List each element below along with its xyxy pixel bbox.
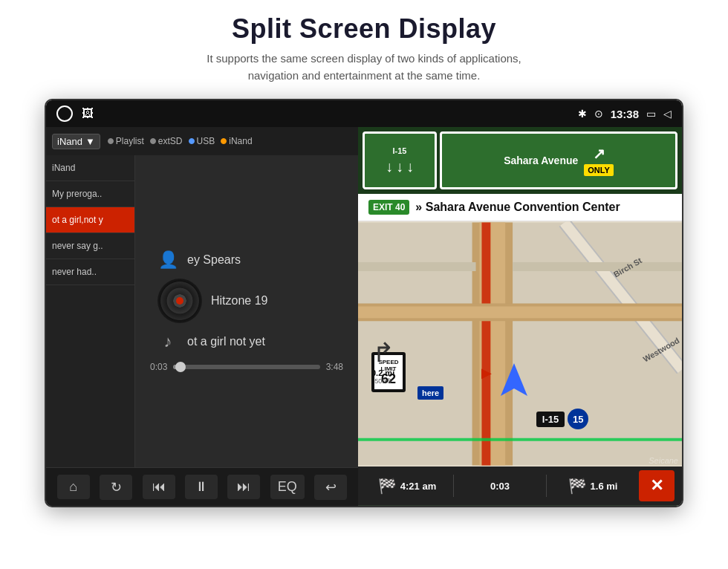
artist-name: ey Spears [187,253,241,267]
back-button[interactable]: ↩ [314,475,347,500]
status-bar: 🖼 ✱ ⊙ 13:38 ▭ ◁ [46,100,682,127]
divider1 [453,475,454,497]
radio-dot-playlist [108,138,114,144]
nav-stat-distance: 🏁 1.6 mi [551,477,634,495]
nav-arrow-svg [501,363,527,396]
turn-indicator: ↱ 0.2 mi 500 ft [371,337,394,385]
image-icon: 🖼 [82,107,94,120]
player-center: 👤 ey Spears Hitzone 19 ♪ [135,155,358,467]
svg-rect-5 [481,223,490,466]
playlist-sidebar: iNand My preroga.. ot a girl,not y never… [46,155,135,467]
repeat-button[interactable]: ↻ [100,475,132,500]
turn-distance: 0.2 mi [371,368,394,377]
sahara-text: Sahara Avenue [504,155,578,166]
album-row: Hitzone 19 [157,279,351,323]
nav-stat-time1: 🏁 4:21 am [365,477,449,495]
nav-time2: 0:03 [490,481,510,492]
nav-car [501,363,527,396]
album-name: Hitzone 19 [211,294,268,308]
highway-signs: I-15 ↓↓↓ Sahara Avenue ↗ ONLY [358,127,682,194]
nav-close-button[interactable]: ✕ [639,470,675,501]
checkerboard-end-icon: 🏁 [568,477,587,495]
page-subtitle: It supports the same screen display of t… [0,51,728,84]
status-time: 13:38 [611,108,639,120]
status-right: ✱ ⊙ 13:38 ▭ ◁ [578,108,672,120]
source-bar: iNand ▼ Playlist extSD USB [46,127,358,155]
nav-panel: I-15 ↓↓↓ Sahara Avenue ↗ ONLY EXIT 40 » … [358,127,682,506]
time-current: 0:03 [150,362,167,372]
list-item[interactable]: never had.. [46,259,134,285]
exit-badge: EXIT 40 [368,200,409,215]
circle-icon [56,105,73,122]
map-pointer: ▶ [481,365,492,381]
source-inand[interactable]: iNand [221,136,252,146]
eq-button[interactable]: EQ [270,475,305,499]
location-icon: ⊙ [594,108,603,120]
exit-bar: EXIT 40 » Sahara Avenue Convention Cente… [358,194,682,221]
list-item[interactable]: My preroga.. [46,181,134,207]
map-svg: Birch St Westwood [358,221,682,466]
prev-button[interactable]: ⏮ [143,475,175,499]
home-button[interactable]: ⌂ [57,475,90,499]
person-icon: 👤 [157,250,178,270]
player-info: 👤 ey Spears Hitzone 19 ♪ [143,250,351,351]
distance-ft: 500 ft [374,377,391,385]
time-total: 3:48 [326,362,343,372]
back-icon: ◁ [663,108,672,120]
highway-label: I-15 [393,146,407,155]
vinyl-center [176,297,183,305]
page-header: Split Screen Display It supports the sam… [0,0,728,91]
progress-thumb[interactable] [175,362,186,372]
list-item[interactable]: iNand [46,155,134,181]
divider2 [546,475,547,497]
source-playlist[interactable]: Playlist [108,136,144,146]
highway-text: I-15 [536,412,565,427]
status-left: 🖼 [56,105,94,122]
dropdown-arrow-icon: ▼ [85,136,95,147]
split-screen: iNand ▼ Playlist extSD USB [46,127,682,506]
map-area: Birch St Westwood SPEED LIMIT 62 here ↱ … [358,221,682,466]
turn-icon: ↱ [372,337,394,368]
pause-button[interactable]: ⏸ [185,475,218,499]
radio-dot-usb [189,138,195,144]
screen-icon: ▭ [646,108,656,120]
nav-stat-time2: 0:03 [458,481,542,492]
svg-marker-13 [501,363,527,396]
progress-section: 0:03 3:48 [143,362,351,372]
only-badge: ONLY [584,164,614,176]
highway-shield: I-15 15 [536,409,588,429]
control-bar: ⌂ ↻ ⏮ ⏸ ⏭ EQ ↩ [46,467,358,506]
svg-rect-7 [358,306,682,318]
track-name: ot a girl not yet [187,335,265,348]
source-options: Playlist extSD USB iNand [108,136,253,146]
radio-dot-extsd [150,138,156,144]
highway-sign-i15: I-15 ↓↓↓ [363,131,437,189]
highway-number-badge: 15 [568,409,588,429]
track-row: ♪ ot a girl not yet [157,332,351,351]
next-button[interactable]: ⏭ [227,475,260,499]
vinyl-disc [157,279,202,323]
progress-bar[interactable] [173,365,319,369]
checkerboard-start-icon: 🏁 [378,477,397,495]
nav-time1: 4:21 am [400,481,436,492]
watermark: Seicane [649,456,678,465]
source-usb[interactable]: USB [189,136,215,146]
nav-distance: 1.6 mi [591,481,618,492]
artist-row: 👤 ey Spears [157,250,351,270]
nav-bottom-bar: 🏁 4:21 am 0:03 🏁 1.6 mi ✕ [358,466,682,505]
highway-arrows: ↓↓↓ [386,158,414,175]
source-dropdown[interactable]: iNand ▼ [52,134,100,149]
music-panel: iNand ▼ Playlist extSD USB [46,127,358,506]
here-badge: here [417,386,443,400]
list-item[interactable]: ot a girl,not y [46,207,134,233]
radio-dot-inand [221,138,227,144]
music-note-icon: ♪ [157,332,178,351]
music-content: iNand My preroga.. ot a girl,not y never… [46,155,358,467]
bluetooth-icon: ✱ [578,108,587,120]
source-extsd[interactable]: extSD [150,136,183,146]
source-label: iNand [57,136,82,147]
page-title: Split Screen Display [0,13,728,45]
list-item[interactable]: never say g.. [46,233,134,259]
exit-text: » Sahara Avenue Convention Center [415,201,620,214]
sahara-sign: Sahara Avenue ↗ ONLY [440,131,677,189]
